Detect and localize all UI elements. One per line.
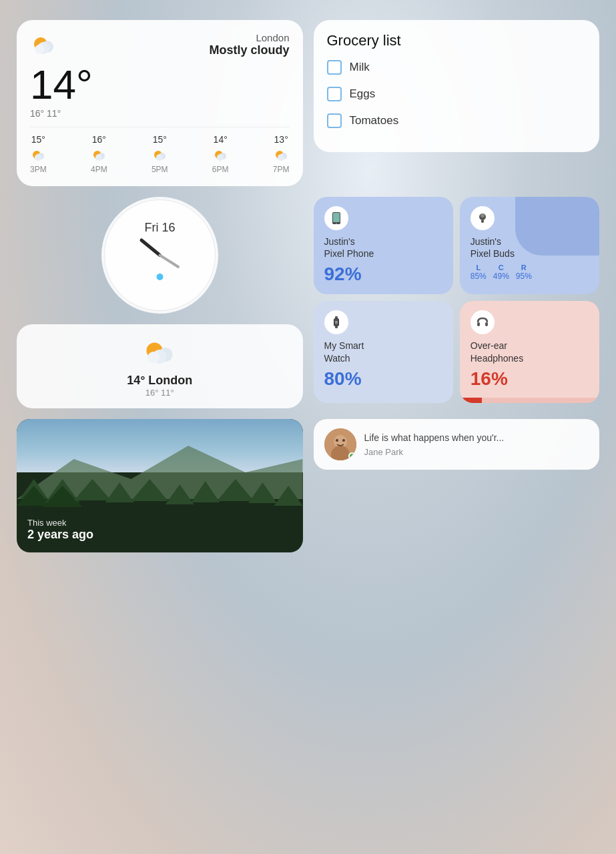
message-text: Life is what happens when you'r... <box>364 432 589 445</box>
watch-name: My SmartWatch <box>324 340 442 364</box>
device-headphones[interactable]: Over-earHeadphones 16% <box>460 301 599 402</box>
grocery-item-milk[interactable]: Milk <box>327 60 587 75</box>
svg-marker-53 <box>131 479 168 501</box>
message-sender: Jane Park <box>364 447 589 457</box>
svg-marker-63 <box>274 486 303 506</box>
svg-point-12 <box>156 154 163 161</box>
grocery-checkbox-milk[interactable] <box>327 60 342 75</box>
svg-rect-29 <box>481 220 484 223</box>
watch-icon <box>330 316 343 329</box>
buds-icon-circle <box>471 206 495 230</box>
svg-point-67 <box>336 439 338 442</box>
headphones-icon-circle <box>471 310 495 334</box>
clock-face: Fri 16 <box>101 197 218 314</box>
svg-point-26 <box>336 223 337 224</box>
svg-marker-55 <box>166 484 194 504</box>
svg-point-15 <box>217 154 224 161</box>
phone-icon-circle <box>324 206 348 230</box>
phone-battery: 92% <box>324 264 442 285</box>
grocery-item-eggs[interactable]: Eggs <box>327 87 587 101</box>
forecast-sun-icon <box>212 147 228 163</box>
buds-levels: L 85% C 49% R 95% <box>471 264 589 281</box>
memory-main: 2 years ago <box>27 528 93 542</box>
svg-marker-44 <box>17 486 51 506</box>
weather-small-icon <box>139 335 180 368</box>
forecast-4pm: 16° 4PM <box>91 134 107 174</box>
weather-forecast: 15° 3PM 16° 4PM 15° <box>30 127 290 174</box>
svg-point-32 <box>335 321 338 324</box>
memory-sub: This week <box>27 518 93 528</box>
memory-photo-widget[interactable]: This week 2 years ago <box>17 419 303 552</box>
battery-bar-fill <box>460 398 482 403</box>
watch-icon-circle <box>324 310 348 334</box>
forecast-3pm: 15° 3PM <box>30 134 47 174</box>
svg-point-28 <box>481 214 485 218</box>
watch-battery: 80% <box>324 368 442 390</box>
svg-rect-36 <box>485 322 488 326</box>
message-content: Life is what happens when you'r... Jane … <box>364 432 589 458</box>
forecast-sun-icon <box>91 147 107 163</box>
device-pixel-buds[interactable]: Justin'sPixel Buds L 85% C 49% R 95% <box>460 197 599 294</box>
weather-hi-lo: 16° 11° <box>30 108 290 119</box>
forecast-7pm: 13° 7PM <box>273 134 290 174</box>
forecast-sun-icon <box>273 147 289 163</box>
device-pixel-phone[interactable]: Justin'sPixel Phone 92% <box>314 197 453 294</box>
memory-caption: This week 2 years ago <box>27 518 93 542</box>
grocery-item-tomatoes[interactable]: Tomatoes <box>327 113 587 128</box>
headphones-battery: 16% <box>471 368 589 390</box>
buds-icon <box>476 211 489 225</box>
grocery-widget[interactable]: Grocery list Milk Eggs Tomatoes <box>314 20 600 152</box>
svg-marker-59 <box>217 479 254 501</box>
svg-text:Fri 16: Fri 16 <box>144 221 175 234</box>
device-smart-watch[interactable]: My SmartWatch 80% <box>314 301 453 402</box>
svg-rect-35 <box>477 322 480 326</box>
grocery-label-tomatoes: Tomatoes <box>350 114 399 127</box>
phone-name: Justin'sPixel Phone <box>324 236 442 260</box>
bud-center: C 49% <box>493 264 509 281</box>
headphones-icon <box>476 316 489 329</box>
clock-widget[interactable]: Fri 16 <box>101 197 218 314</box>
weather-small-widget[interactable]: 14° London 16° 11° <box>17 324 303 408</box>
svg-rect-33 <box>335 316 338 318</box>
svg-point-23 <box>156 274 163 280</box>
weather-small-hilo: 16° 11° <box>145 388 174 398</box>
phone-icon <box>330 211 343 225</box>
svg-marker-49 <box>74 479 111 500</box>
message-widget[interactable]: Life is what happens when you'r... Jane … <box>314 419 600 470</box>
svg-rect-25 <box>333 213 340 222</box>
forecast-6pm: 14° 6PM <box>212 134 229 174</box>
svg-marker-57 <box>191 481 220 502</box>
forecast-5pm: 15° 5PM <box>151 134 168 174</box>
grocery-label-eggs: Eggs <box>350 87 376 101</box>
grocery-label-milk: Milk <box>350 61 370 74</box>
bud-left: L 85% <box>471 264 487 281</box>
bud-right: R 95% <box>516 264 532 281</box>
svg-marker-51 <box>105 482 134 502</box>
headphones-name: Over-earHeadphones <box>471 340 589 364</box>
forecast-sun-icon <box>151 147 168 163</box>
weather-location: London <box>209 32 289 43</box>
svg-point-3 <box>35 45 44 54</box>
weather-temp-main: 14° <box>30 64 290 105</box>
grocery-title: Grocery list <box>327 32 587 49</box>
svg-point-9 <box>95 154 102 161</box>
forecast-sun-icon <box>30 147 46 163</box>
svg-rect-34 <box>335 326 338 328</box>
message-avatar <box>324 428 356 460</box>
devices-battery-grid: Justin'sPixel Phone 92% Justin'sPixel Bu… <box>314 197 600 403</box>
svg-marker-47 <box>43 486 83 507</box>
weather-widget[interactable]: London Mostly cloudy 14° 16° 11° 15° 3PM… <box>17 20 303 186</box>
battery-bar <box>460 398 599 403</box>
weather-condition: Mostly cloudy <box>209 43 289 57</box>
grocery-checkbox-eggs[interactable] <box>327 87 342 101</box>
svg-marker-61 <box>248 482 277 503</box>
weather-sun-cloud-icon <box>30 32 57 59</box>
svg-point-40 <box>147 352 160 364</box>
online-indicator <box>348 452 356 460</box>
grocery-checkbox-tomatoes[interactable] <box>327 113 342 128</box>
svg-point-18 <box>278 154 284 161</box>
svg-point-68 <box>342 439 345 442</box>
svg-point-6 <box>35 154 41 161</box>
weather-small-temp: 14° London <box>127 374 192 388</box>
